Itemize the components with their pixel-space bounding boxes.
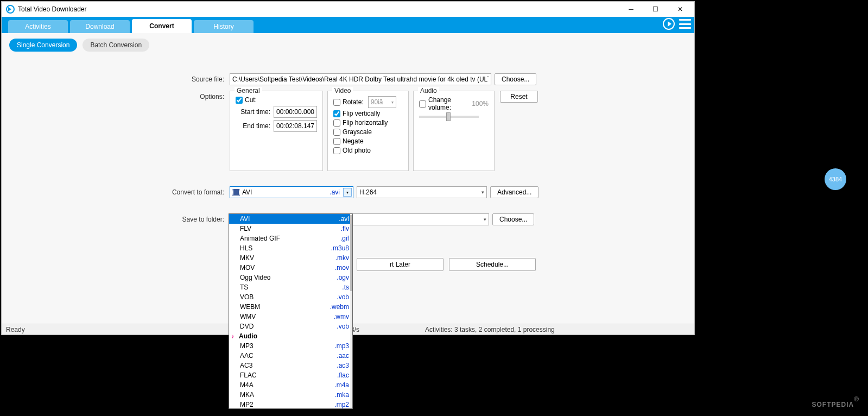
format-option[interactable]: Ogg Video.ogv [229, 273, 352, 282]
volume-slider-thumb[interactable] [446, 112, 451, 121]
format-option[interactable]: WEBM.webm [229, 302, 352, 312]
close-button[interactable]: ✕ [668, 2, 692, 17]
format-option[interactable]: MOV.mov [229, 263, 352, 273]
convert-to-label: Convert to format: [2, 188, 230, 196]
codec-value: H.264 [359, 188, 377, 196]
sub-tabbar: Single Conversion Batch Conversion [2, 33, 694, 57]
cut-checkbox[interactable] [236, 97, 243, 104]
format-dropdown: AVI.aviFLV.flvAnimated GIF.gifHLS.m3u8MK… [229, 213, 353, 409]
format-option[interactable]: AVI.avi [229, 214, 352, 224]
grayscale-checkbox[interactable] [333, 129, 340, 136]
volume-slider[interactable] [419, 116, 479, 118]
app-icon [6, 5, 15, 14]
film-icon [232, 189, 240, 196]
format-option[interactable]: MP2.mp2 [229, 400, 352, 409]
watermark: SOFTPEDIA® [812, 394, 859, 411]
format-option[interactable]: VOB.vob [229, 292, 352, 302]
convert-later-button[interactable]: rt Later [357, 258, 443, 271]
format-option[interactable]: Animated GIF.gif [229, 234, 352, 243]
dropdown-scrollbar[interactable] [350, 214, 352, 408]
general-title: General [235, 87, 262, 94]
source-file-label: Source file: [2, 75, 230, 83]
negate-checkbox[interactable] [333, 138, 340, 145]
music-icon: ♪ [231, 333, 235, 339]
play-icon[interactable] [663, 18, 675, 30]
format-option[interactable]: FLAC.flac [229, 370, 352, 380]
rotate-label: Rotate: [343, 98, 364, 106]
app-title: Total Video Downloader [18, 5, 619, 13]
volume-value: 100% [472, 100, 489, 108]
change-volume-checkbox[interactable] [419, 100, 426, 108]
format-option[interactable]: TS.ts [229, 282, 352, 292]
old-photo-label: Old photo [343, 147, 371, 154]
change-volume-label: Change volume: [428, 96, 466, 111]
status-activities: Activities: 3 tasks, 2 completed, 1 proc… [425, 326, 555, 333]
rotate-checkbox[interactable] [333, 99, 340, 106]
save-to-label: Save to folder: [2, 216, 230, 223]
reset-button[interactable]: Reset [500, 91, 538, 103]
tab-history[interactable]: History [194, 20, 254, 33]
format-selected-name: AVI [242, 188, 252, 196]
grayscale-label: Grayscale [343, 128, 372, 136]
tab-activities[interactable]: Activities [8, 20, 68, 33]
flip-horizontal-label: Flip horizontally [343, 119, 388, 127]
choose-folder-button[interactable]: Choose... [492, 213, 534, 225]
titlebar: Total Video Downloader ─ ☐ ✕ [2, 2, 694, 17]
dropdown-scrollbar-thumb[interactable] [350, 215, 352, 291]
end-time-input[interactable] [274, 120, 317, 132]
flip-vertical-label: Flip vertically [343, 110, 380, 117]
tab-convert[interactable]: Convert [132, 19, 192, 33]
format-option[interactable]: AAC.aac [229, 351, 352, 361]
tab-download[interactable]: Download [70, 20, 130, 33]
schedule-button[interactable]: Schedule... [449, 258, 536, 271]
end-time-label: End time: [236, 122, 270, 130]
format-option[interactable]: FLV.flv [229, 224, 352, 234]
advanced-button[interactable]: Advanced... [490, 186, 538, 198]
format-option[interactable]: AC3.ac3 [229, 361, 352, 370]
format-option[interactable]: MKA.mka [229, 390, 352, 400]
start-time-label: Start time: [236, 108, 270, 116]
old-photo-checkbox[interactable] [333, 147, 340, 154]
batch-conversion-tab[interactable]: Batch Conversion [83, 39, 149, 52]
video-fieldset: Video Rotate: 90iă▾ Flip vertically Flip… [327, 91, 409, 171]
options-label: Options: [2, 91, 230, 100]
rotate-select[interactable]: 90iă▾ [368, 96, 396, 108]
format-select[interactable]: AVI .avi ▾ [230, 186, 353, 198]
main-tabbar: Activities Download Convert History [2, 17, 694, 33]
format-selected-ext: .avi [330, 188, 340, 196]
status-ready: Ready [6, 326, 25, 333]
cut-label: Cut: [245, 96, 257, 104]
format-option[interactable]: DVD.vob [229, 322, 352, 331]
codec-select[interactable]: H.264▾ [357, 186, 487, 198]
audio-title: Audio [418, 87, 439, 94]
source-file-input[interactable] [230, 73, 491, 85]
minimize-button[interactable]: ─ [619, 2, 643, 17]
format-option[interactable]: M4A.m4a [229, 380, 352, 390]
flip-vertical-checkbox[interactable] [333, 110, 340, 117]
single-conversion-tab[interactable]: Single Conversion [9, 39, 77, 52]
chevron-down-icon[interactable]: ▾ [343, 188, 352, 197]
badge: 4384 [825, 168, 846, 190]
audio-fieldset: Audio Change volume: 100% [413, 91, 495, 171]
choose-source-button[interactable]: Choose... [495, 73, 536, 85]
format-option[interactable]: WMV.wmv [229, 312, 352, 322]
flip-horizontal-checkbox[interactable] [333, 119, 340, 127]
start-time-input[interactable] [274, 106, 317, 118]
negate-label: Negate [343, 137, 364, 145]
format-group-header: ♪Audio [229, 331, 352, 341]
format-option[interactable]: MP3.mp3 [229, 341, 352, 351]
format-option[interactable]: HLS.m3u8 [229, 243, 352, 253]
format-option[interactable]: MKV.mkv [229, 253, 352, 263]
video-title: Video [332, 87, 353, 94]
menu-icon[interactable] [679, 19, 691, 29]
maximize-button[interactable]: ☐ [643, 2, 668, 17]
general-fieldset: General Cut: Start time: End time: [230, 91, 323, 171]
